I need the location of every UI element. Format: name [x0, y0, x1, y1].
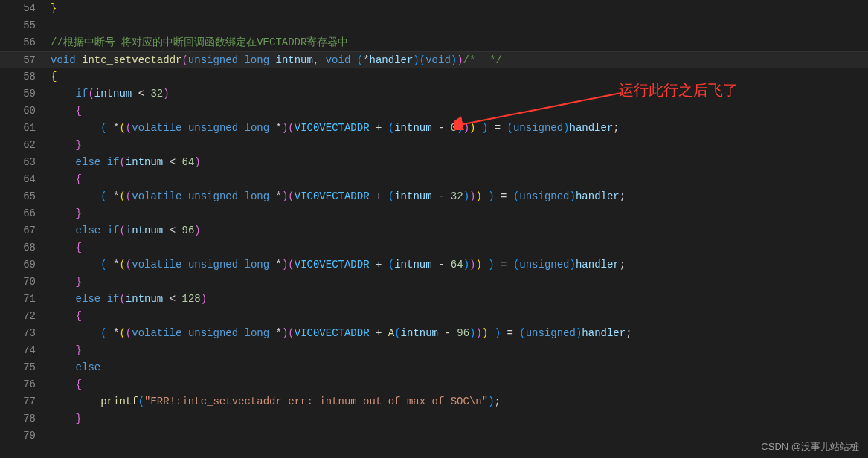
token: [181, 327, 187, 339]
token: [51, 242, 76, 254]
token: volatile: [132, 122, 181, 134]
code-content[interactable]: {: [51, 239, 868, 257]
token: (: [181, 54, 187, 66]
code-content[interactable]: {: [51, 171, 868, 188]
code-line[interactable]: 69 ( *((volatile unsigned long *)(VIC0VE…: [0, 257, 868, 274]
code-content[interactable]: else if(intnum < 128): [51, 291, 868, 308]
code-line[interactable]: 64 {: [0, 171, 868, 188]
token: else: [76, 156, 101, 168]
token: =: [488, 122, 507, 134]
token: -: [432, 190, 451, 202]
code-content[interactable]: [51, 17, 868, 34]
code-content[interactable]: else if(intnum < 96): [51, 222, 868, 239]
code-content[interactable]: printf("ERR!:intc_setvectaddr err: intnu…: [51, 393, 868, 410]
token: <: [163, 293, 181, 305]
token: [51, 173, 76, 185]
code-line[interactable]: 63 else if(intnum < 64): [0, 154, 868, 171]
code-line[interactable]: 75 else: [0, 359, 868, 376]
token: ): [488, 190, 494, 202]
code-line[interactable]: 56//根据中断号 将对应的中断回调函数绑定在VECTADDR寄存器中: [0, 34, 868, 51]
code-line[interactable]: 77 printf("ERR!:intc_setvectaddr err: in…: [0, 393, 868, 410]
token: [51, 207, 76, 219]
token: ): [463, 122, 469, 134]
token: (: [119, 156, 125, 168]
code-content[interactable]: }: [51, 342, 868, 359]
code-line[interactable]: 66 }: [0, 205, 868, 222]
code-content[interactable]: {: [51, 308, 868, 325]
code-line[interactable]: 79: [0, 428, 868, 445]
code-content[interactable]: [51, 428, 868, 445]
token: VIC0VECTADDR: [295, 327, 370, 339]
code-content[interactable]: {: [51, 376, 868, 393]
line-number: 54: [0, 0, 51, 17]
code-content[interactable]: ( *((volatile unsigned long *)(VIC0VECTA…: [51, 188, 868, 205]
token: ): [482, 327, 488, 339]
code-line[interactable]: 71 else if(intnum < 128): [0, 291, 868, 308]
annotation-text: 运行此行之后飞了: [619, 80, 738, 100]
code-content[interactable]: ( *((volatile unsigned long *)(VIC0VECTA…: [51, 257, 868, 274]
code-content[interactable]: //根据中断号 将对应的中断回调函数绑定在VECTADDR寄存器中: [51, 34, 868, 51]
token: +: [370, 327, 388, 339]
code-line[interactable]: 55: [0, 17, 868, 34]
code-line[interactable]: 67 else if(intnum < 96): [0, 222, 868, 239]
token: +: [370, 190, 388, 202]
token: (: [288, 259, 294, 271]
code-content[interactable]: {: [51, 68, 868, 86]
token: else: [76, 293, 101, 305]
code-content[interactable]: void intc_setvectaddr(unsigned long intn…: [51, 52, 868, 68]
code-line[interactable]: 78 }: [0, 410, 868, 428]
token: +: [370, 259, 388, 271]
code-line[interactable]: 76 {: [0, 376, 868, 393]
code-content[interactable]: ( *((volatile unsigned long *)(VIC0VECTA…: [51, 325, 868, 342]
token: [51, 276, 76, 288]
token: (: [288, 327, 294, 339]
token: (: [388, 190, 394, 202]
token: volatile: [132, 259, 181, 271]
code-line[interactable]: 60 {: [0, 103, 868, 120]
code-content[interactable]: else: [51, 359, 868, 376]
token: //根据中断号 将对应的中断回调函数绑定在VECTADDR寄存器中: [51, 36, 348, 48]
token: A: [388, 327, 394, 339]
code-line[interactable]: 72 {: [0, 308, 868, 325]
token: else: [76, 361, 101, 373]
token: (: [100, 327, 106, 339]
code-line[interactable]: 73 ( *((volatile unsigned long *)(VIC0VE…: [0, 325, 868, 342]
code-content[interactable]: if(intnum < 32): [51, 86, 868, 103]
code-content[interactable]: {: [51, 103, 868, 120]
line-number: 72: [0, 308, 51, 325]
token: ): [463, 190, 469, 202]
token: ): [201, 293, 207, 305]
code-line[interactable]: 65 ( *((volatile unsigned long *)(VIC0VE…: [0, 188, 868, 205]
token: void: [51, 54, 76, 66]
line-number: 66: [0, 205, 51, 222]
code-content[interactable]: }: [51, 274, 868, 291]
code-content[interactable]: ( *((volatile unsigned long *)(VIC0VECTA…: [51, 120, 868, 137]
token: unsigned: [188, 259, 238, 271]
code-line[interactable]: 57void intc_setvectaddr(unsigned long in…: [0, 51, 868, 68]
token: -: [432, 122, 451, 134]
token: [238, 327, 244, 339]
token: if: [107, 225, 120, 236]
code-content[interactable]: }: [51, 0, 868, 17]
token: *: [363, 54, 369, 66]
code-line[interactable]: 70 }: [0, 274, 868, 291]
code-line[interactable]: 54}: [0, 0, 868, 17]
token: (: [394, 327, 400, 339]
code-line[interactable]: 74 }: [0, 342, 868, 359]
code-line[interactable]: 61 ( *((volatile unsigned long *)(VIC0VE…: [0, 120, 868, 137]
token: 64: [451, 259, 463, 271]
code-content[interactable]: }: [51, 205, 868, 222]
code-content[interactable]: else if(intnum < 64): [51, 154, 868, 171]
token: ): [475, 327, 481, 339]
code-editor[interactable]: 54}5556//根据中断号 将对应的中断回调函数绑定在VECTADDR寄存器中…: [0, 0, 868, 458]
token: (: [388, 122, 394, 134]
code-content[interactable]: }: [51, 137, 868, 154]
token: 128: [181, 293, 200, 305]
code-content[interactable]: }: [51, 410, 868, 428]
token: ): [570, 259, 576, 271]
token: 0: [451, 122, 457, 134]
token: [76, 54, 82, 66]
code-line[interactable]: 68 {: [0, 239, 868, 257]
token: (: [288, 190, 294, 202]
code-line[interactable]: 62 }: [0, 137, 868, 154]
